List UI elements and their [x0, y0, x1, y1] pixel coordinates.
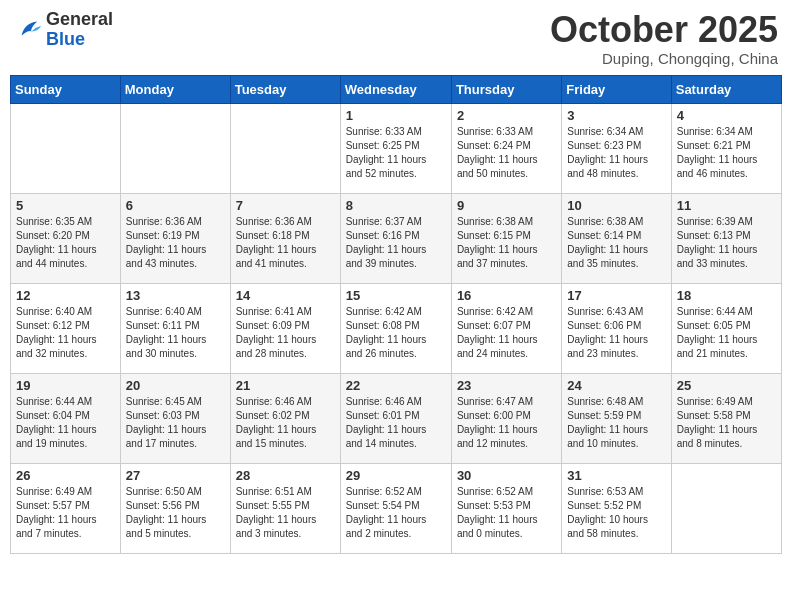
calendar-empty-cell — [230, 103, 340, 193]
calendar-day-31: 31Sunrise: 6:53 AM Sunset: 5:52 PM Dayli… — [562, 463, 671, 553]
day-number: 12 — [16, 288, 115, 303]
day-info: Sunrise: 6:46 AM Sunset: 6:01 PM Dayligh… — [346, 395, 446, 451]
calendar-empty-cell — [11, 103, 121, 193]
calendar-week-5: 26Sunrise: 6:49 AM Sunset: 5:57 PM Dayli… — [11, 463, 782, 553]
calendar-week-1: 1Sunrise: 6:33 AM Sunset: 6:25 PM Daylig… — [11, 103, 782, 193]
day-info: Sunrise: 6:36 AM Sunset: 6:18 PM Dayligh… — [236, 215, 335, 271]
day-number: 7 — [236, 198, 335, 213]
calendar-header-sunday: Sunday — [11, 75, 121, 103]
day-info: Sunrise: 6:33 AM Sunset: 6:24 PM Dayligh… — [457, 125, 556, 181]
day-number: 10 — [567, 198, 665, 213]
calendar-day-5: 5Sunrise: 6:35 AM Sunset: 6:20 PM Daylig… — [11, 193, 121, 283]
day-info: Sunrise: 6:52 AM Sunset: 5:54 PM Dayligh… — [346, 485, 446, 541]
day-number: 9 — [457, 198, 556, 213]
logo-general: General — [46, 9, 113, 29]
day-number: 22 — [346, 378, 446, 393]
calendar-day-7: 7Sunrise: 6:36 AM Sunset: 6:18 PM Daylig… — [230, 193, 340, 283]
calendar-header-wednesday: Wednesday — [340, 75, 451, 103]
calendar-day-1: 1Sunrise: 6:33 AM Sunset: 6:25 PM Daylig… — [340, 103, 451, 193]
calendar-day-25: 25Sunrise: 6:49 AM Sunset: 5:58 PM Dayli… — [671, 373, 781, 463]
calendar-day-2: 2Sunrise: 6:33 AM Sunset: 6:24 PM Daylig… — [451, 103, 561, 193]
day-number: 5 — [16, 198, 115, 213]
day-number: 21 — [236, 378, 335, 393]
calendar-week-4: 19Sunrise: 6:44 AM Sunset: 6:04 PM Dayli… — [11, 373, 782, 463]
day-number: 29 — [346, 468, 446, 483]
calendar-day-15: 15Sunrise: 6:42 AM Sunset: 6:08 PM Dayli… — [340, 283, 451, 373]
day-info: Sunrise: 6:50 AM Sunset: 5:56 PM Dayligh… — [126, 485, 225, 541]
day-number: 2 — [457, 108, 556, 123]
calendar-week-2: 5Sunrise: 6:35 AM Sunset: 6:20 PM Daylig… — [11, 193, 782, 283]
calendar-day-26: 26Sunrise: 6:49 AM Sunset: 5:57 PM Dayli… — [11, 463, 121, 553]
day-number: 23 — [457, 378, 556, 393]
day-number: 31 — [567, 468, 665, 483]
month-title: October 2025 — [550, 10, 778, 50]
calendar-day-28: 28Sunrise: 6:51 AM Sunset: 5:55 PM Dayli… — [230, 463, 340, 553]
calendar-day-13: 13Sunrise: 6:40 AM Sunset: 6:11 PM Dayli… — [120, 283, 230, 373]
day-info: Sunrise: 6:40 AM Sunset: 6:12 PM Dayligh… — [16, 305, 115, 361]
calendar-day-17: 17Sunrise: 6:43 AM Sunset: 6:06 PM Dayli… — [562, 283, 671, 373]
day-info: Sunrise: 6:42 AM Sunset: 6:08 PM Dayligh… — [346, 305, 446, 361]
calendar-table: SundayMondayTuesdayWednesdayThursdayFrid… — [10, 75, 782, 554]
day-info: Sunrise: 6:34 AM Sunset: 6:23 PM Dayligh… — [567, 125, 665, 181]
calendar-empty-cell — [671, 463, 781, 553]
calendar-empty-cell — [120, 103, 230, 193]
calendar-header-friday: Friday — [562, 75, 671, 103]
day-number: 14 — [236, 288, 335, 303]
calendar-header-row: SundayMondayTuesdayWednesdayThursdayFrid… — [11, 75, 782, 103]
day-number: 8 — [346, 198, 446, 213]
day-info: Sunrise: 6:37 AM Sunset: 6:16 PM Dayligh… — [346, 215, 446, 271]
day-number: 26 — [16, 468, 115, 483]
day-number: 24 — [567, 378, 665, 393]
calendar-day-27: 27Sunrise: 6:50 AM Sunset: 5:56 PM Dayli… — [120, 463, 230, 553]
calendar-day-11: 11Sunrise: 6:39 AM Sunset: 6:13 PM Dayli… — [671, 193, 781, 283]
day-number: 18 — [677, 288, 776, 303]
title-block: October 2025 Duping, Chongqing, China — [550, 10, 778, 67]
calendar-day-21: 21Sunrise: 6:46 AM Sunset: 6:02 PM Dayli… — [230, 373, 340, 463]
logo-bird-icon — [16, 16, 44, 44]
day-info: Sunrise: 6:49 AM Sunset: 5:57 PM Dayligh… — [16, 485, 115, 541]
calendar-day-19: 19Sunrise: 6:44 AM Sunset: 6:04 PM Dayli… — [11, 373, 121, 463]
calendar-day-10: 10Sunrise: 6:38 AM Sunset: 6:14 PM Dayli… — [562, 193, 671, 283]
logo-blue: Blue — [46, 29, 85, 49]
day-info: Sunrise: 6:39 AM Sunset: 6:13 PM Dayligh… — [677, 215, 776, 271]
day-number: 25 — [677, 378, 776, 393]
day-number: 6 — [126, 198, 225, 213]
day-info: Sunrise: 6:36 AM Sunset: 6:19 PM Dayligh… — [126, 215, 225, 271]
day-info: Sunrise: 6:34 AM Sunset: 6:21 PM Dayligh… — [677, 125, 776, 181]
day-number: 16 — [457, 288, 556, 303]
calendar-day-18: 18Sunrise: 6:44 AM Sunset: 6:05 PM Dayli… — [671, 283, 781, 373]
calendar-day-23: 23Sunrise: 6:47 AM Sunset: 6:00 PM Dayli… — [451, 373, 561, 463]
page-header: General Blue October 2025 Duping, Chongq… — [10, 10, 782, 67]
day-number: 20 — [126, 378, 225, 393]
calendar-day-8: 8Sunrise: 6:37 AM Sunset: 6:16 PM Daylig… — [340, 193, 451, 283]
day-info: Sunrise: 6:53 AM Sunset: 5:52 PM Dayligh… — [567, 485, 665, 541]
calendar-day-12: 12Sunrise: 6:40 AM Sunset: 6:12 PM Dayli… — [11, 283, 121, 373]
day-info: Sunrise: 6:49 AM Sunset: 5:58 PM Dayligh… — [677, 395, 776, 451]
day-number: 17 — [567, 288, 665, 303]
day-number: 1 — [346, 108, 446, 123]
day-info: Sunrise: 6:42 AM Sunset: 6:07 PM Dayligh… — [457, 305, 556, 361]
calendar-day-30: 30Sunrise: 6:52 AM Sunset: 5:53 PM Dayli… — [451, 463, 561, 553]
day-number: 4 — [677, 108, 776, 123]
calendar-day-4: 4Sunrise: 6:34 AM Sunset: 6:21 PM Daylig… — [671, 103, 781, 193]
day-number: 30 — [457, 468, 556, 483]
day-number: 28 — [236, 468, 335, 483]
day-info: Sunrise: 6:46 AM Sunset: 6:02 PM Dayligh… — [236, 395, 335, 451]
logo-text: General Blue — [46, 10, 113, 50]
day-info: Sunrise: 6:45 AM Sunset: 6:03 PM Dayligh… — [126, 395, 225, 451]
day-info: Sunrise: 6:47 AM Sunset: 6:00 PM Dayligh… — [457, 395, 556, 451]
day-number: 11 — [677, 198, 776, 213]
day-number: 27 — [126, 468, 225, 483]
day-info: Sunrise: 6:43 AM Sunset: 6:06 PM Dayligh… — [567, 305, 665, 361]
calendar-day-24: 24Sunrise: 6:48 AM Sunset: 5:59 PM Dayli… — [562, 373, 671, 463]
calendar-day-20: 20Sunrise: 6:45 AM Sunset: 6:03 PM Dayli… — [120, 373, 230, 463]
calendar-header-saturday: Saturday — [671, 75, 781, 103]
location: Duping, Chongqing, China — [550, 50, 778, 67]
day-info: Sunrise: 6:38 AM Sunset: 6:14 PM Dayligh… — [567, 215, 665, 271]
day-number: 3 — [567, 108, 665, 123]
day-number: 13 — [126, 288, 225, 303]
calendar-day-16: 16Sunrise: 6:42 AM Sunset: 6:07 PM Dayli… — [451, 283, 561, 373]
day-info: Sunrise: 6:35 AM Sunset: 6:20 PM Dayligh… — [16, 215, 115, 271]
day-info: Sunrise: 6:41 AM Sunset: 6:09 PM Dayligh… — [236, 305, 335, 361]
calendar-week-3: 12Sunrise: 6:40 AM Sunset: 6:12 PM Dayli… — [11, 283, 782, 373]
